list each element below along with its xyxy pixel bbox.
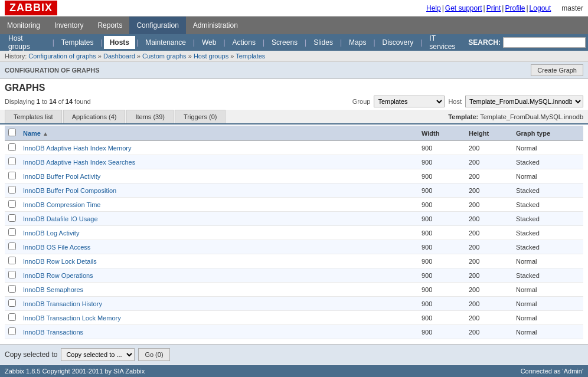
subnav-maintenance[interactable]: Maintenance <box>139 36 192 49</box>
row-height-cell: 200 <box>465 283 512 297</box>
row-graphtype-cell: Normal <box>512 283 583 297</box>
breadcrumb-custom-graphs[interactable]: Custom graphs <box>142 53 187 60</box>
row-check-cell <box>5 198 19 212</box>
subnav-host-groups[interactable]: Host groups <box>2 32 51 53</box>
display-to: 14 <box>49 98 56 105</box>
table-row: InnoDB Adaptive Hash Index Searches 900 … <box>5 155 583 169</box>
action-bar: Copy selected to Copy selected to ... Go… <box>0 344 588 365</box>
breadcrumb-dashboard[interactable]: Dashboard <box>103 53 135 60</box>
row-graphtype-cell: Normal <box>512 311 583 325</box>
row-checkbox[interactable] <box>8 285 16 293</box>
graph-name-link[interactable]: InnoDB Transactions <box>23 329 83 336</box>
row-checkbox[interactable] <box>8 327 16 335</box>
row-checkbox[interactable] <box>8 299 16 307</box>
row-check-cell <box>5 212 19 226</box>
row-width-cell: 900 <box>418 212 465 226</box>
nav-administration[interactable]: Administration <box>186 17 245 34</box>
graph-name-link[interactable]: InnoDB Transaction Lock Memory <box>23 314 121 322</box>
tab-triggers[interactable]: Triggers (0) <box>175 110 226 123</box>
row-name-cell: InnoDB Log Activity <box>19 226 418 240</box>
col-header-name: Name ▲ <box>19 126 418 141</box>
table-row: InnoDB Compression Time 900 200 Stacked <box>5 198 583 212</box>
graphs-header: GRAPHS Displaying 1 to 14 of 14 found Gr… <box>0 79 588 110</box>
row-check-cell <box>5 226 19 240</box>
row-name-cell: InnoDB Transaction Lock Memory <box>19 311 418 325</box>
section-header: CONFIGURATION OF GRAPHS Create Graph <box>0 62 588 79</box>
host-select[interactable]: Template_FromDual.MySQL.innodb <box>465 96 583 107</box>
sort-name-link[interactable]: Name ▲ <box>23 130 48 137</box>
sub-nav: Host groups | Templates | Hosts | Mainte… <box>0 34 588 51</box>
print-link[interactable]: Print <box>486 4 501 12</box>
row-checkbox[interactable] <box>8 228 16 236</box>
graph-name-link[interactable]: InnoDB Adaptive Hash Index Searches <box>23 159 135 166</box>
subnav-web[interactable]: Web <box>196 36 222 49</box>
graph-name-link[interactable]: InnoDB Compression Time <box>23 201 100 208</box>
breadcrumb-templates[interactable]: Templates <box>236 53 265 60</box>
graph-name-link[interactable]: InnoDB Buffer Pool Composition <box>23 187 116 194</box>
row-check-cell <box>5 268 19 283</box>
graph-name-link[interactable]: InnoDB Datafile IO Usage <box>23 215 98 222</box>
row-checkbox[interactable] <box>8 186 16 194</box>
logout-link[interactable]: Logout <box>530 4 551 12</box>
subnav-actions[interactable]: Actions <box>227 36 262 49</box>
subnav-screens[interactable]: Screens <box>266 36 303 49</box>
history-label: History: <box>5 53 27 60</box>
row-checkbox[interactable] <box>8 313 16 321</box>
graph-name-link[interactable]: InnoDB Row Operations <box>23 272 93 279</box>
graph-name-link[interactable]: InnoDB Log Activity <box>23 230 79 237</box>
row-checkbox[interactable] <box>8 257 16 264</box>
subnav-slides[interactable]: Slides <box>308 36 339 49</box>
row-checkbox[interactable] <box>8 242 16 250</box>
row-graphtype-cell: Stacked <box>512 155 583 169</box>
subnav-maps[interactable]: Maps <box>343 36 372 49</box>
row-height-cell: 200 <box>465 311 512 325</box>
graph-name-link[interactable]: InnoDB OS File Access <box>23 244 90 251</box>
tab-templates-list[interactable]: Templates list <box>5 110 62 123</box>
nav-configuration[interactable]: Configuration <box>129 17 185 34</box>
row-checkbox[interactable] <box>8 271 16 278</box>
row-check-cell <box>5 155 19 169</box>
get-support-link[interactable]: Get support <box>445 4 482 12</box>
logo: ZABBIX <box>5 1 57 15</box>
row-checkbox[interactable] <box>8 143 16 151</box>
tab-items[interactable]: Items (39) <box>126 110 174 123</box>
group-select[interactable]: Templates <box>374 96 445 107</box>
row-width-cell: 900 <box>418 169 465 183</box>
tab-applications[interactable]: Applications (4) <box>63 110 126 123</box>
row-width-cell: 900 <box>418 240 465 254</box>
profile-link[interactable]: Profile <box>505 4 525 12</box>
subnav-hosts[interactable]: Hosts <box>104 36 135 49</box>
subnav-discovery[interactable]: Discovery <box>377 36 420 49</box>
main-nav: Monitoring Inventory Reports Configurati… <box>0 17 588 34</box>
graph-name-link[interactable]: InnoDB Adaptive Hash Index Memory <box>23 145 131 152</box>
row-width-cell: 900 <box>418 325 465 339</box>
nav-reports[interactable]: Reports <box>90 17 129 34</box>
subnav-it-services[interactable]: IT services <box>423 32 468 53</box>
graph-name-link[interactable]: InnoDB Transaction History <box>23 300 102 307</box>
breadcrumb-host-groups[interactable]: Host groups <box>194 53 228 60</box>
row-check-cell <box>5 325 19 339</box>
master-label: master <box>561 4 583 12</box>
subnav-templates[interactable]: Templates <box>55 36 100 49</box>
create-graph-button[interactable]: Create Graph <box>531 64 583 76</box>
help-link[interactable]: Help <box>426 4 441 12</box>
row-name-cell: InnoDB Row Operations <box>19 268 418 283</box>
row-checkbox[interactable] <box>8 172 16 179</box>
row-width-cell: 900 <box>418 254 465 268</box>
top-links-container: Help | Get support | Print | Profile | L… <box>426 4 583 12</box>
go-button[interactable]: Go (0) <box>138 348 169 361</box>
row-checkbox[interactable] <box>8 158 16 165</box>
graph-name-link[interactable]: InnoDB Semaphores <box>23 286 83 293</box>
copy-select[interactable]: Copy selected to ... <box>61 348 135 361</box>
row-checkbox[interactable] <box>8 214 16 222</box>
row-height-cell: 200 <box>465 325 512 339</box>
graph-name-link[interactable]: InnoDB Buffer Pool Activity <box>23 173 100 180</box>
breadcrumb-config-graphs[interactable]: Configuration of graphs <box>28 53 96 60</box>
row-name-cell: InnoDB Transaction History <box>19 297 418 311</box>
search-input[interactable] <box>503 37 586 48</box>
nav-inventory[interactable]: Inventory <box>47 17 90 34</box>
row-width-cell: 900 <box>418 155 465 169</box>
row-checkbox[interactable] <box>8 200 16 208</box>
select-all-checkbox[interactable] <box>8 129 16 136</box>
graph-name-link[interactable]: InnoDB Row Lock Details <box>23 258 97 265</box>
